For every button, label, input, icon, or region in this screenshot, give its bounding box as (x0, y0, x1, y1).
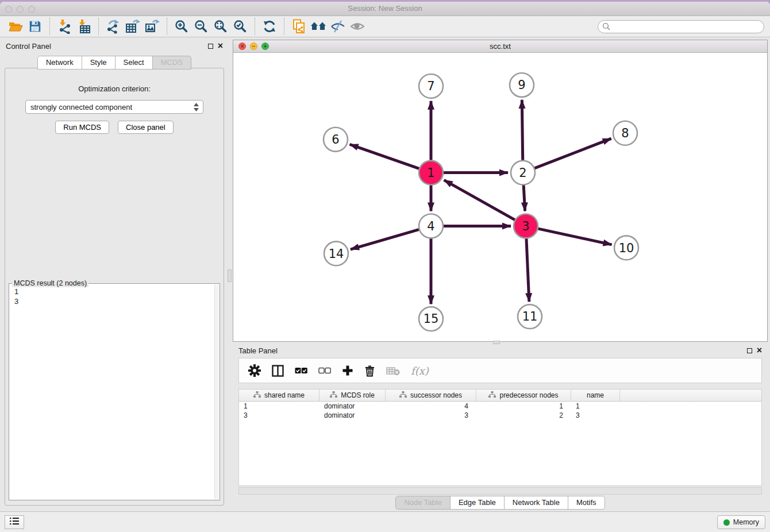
toolbar-separator (49, 18, 50, 35)
tab-select[interactable]: Select (116, 56, 153, 70)
optimization-criterion-label: Optimization criterion: (5, 84, 224, 93)
column-header-shared-name[interactable]: shared name (239, 390, 319, 401)
gear-icon[interactable] (248, 364, 261, 377)
tab-network[interactable]: Network (37, 56, 82, 70)
table-toolbar: f(x) (238, 358, 762, 383)
show-all-icon[interactable] (348, 18, 367, 35)
deselect-all-icon[interactable] (318, 367, 331, 374)
task-list-button[interactable] (5, 515, 24, 529)
graph-node-9[interactable]: 9 (510, 73, 534, 97)
column-header-successor-nodes[interactable]: successor nodes (386, 390, 476, 401)
table-cell[interactable]: 3 (239, 411, 319, 420)
network-window-titlebar: × − + scc.txt (233, 40, 767, 53)
memory-button[interactable]: Memory (717, 515, 765, 529)
delete-icon[interactable] (364, 365, 375, 377)
export-image-icon[interactable] (143, 18, 162, 35)
svg-text:3: 3 (522, 219, 529, 233)
zoom-fit-icon[interactable] (211, 18, 230, 35)
mcds-result-title: MCDS result (2 nodes) (12, 279, 88, 287)
tab-mcds[interactable]: MCDS (153, 56, 191, 70)
graph-node-7[interactable]: 7 (419, 74, 443, 98)
graph-node-4[interactable]: 4 (419, 214, 443, 238)
column-header-MCDS-role[interactable]: MCDS role (319, 390, 386, 401)
zoom-selected-icon[interactable] (230, 18, 250, 35)
graph-edge-3-1[interactable] (444, 180, 526, 226)
table-cell[interactable]: 1 (476, 402, 571, 411)
shared-column-icon (253, 391, 261, 400)
mcds-result-text[interactable]: 1 3 (9, 284, 220, 309)
tab-motifs[interactable]: Motifs (568, 496, 605, 510)
zoom-in-icon[interactable] (172, 18, 191, 35)
export-network-icon[interactable] (103, 18, 123, 35)
svg-text:6: 6 (332, 133, 339, 147)
tab-network-table[interactable]: Network Table (505, 496, 568, 510)
close-table-panel-icon[interactable]: × (757, 347, 762, 354)
delete-table-icon (386, 366, 400, 376)
add-column-icon[interactable] (342, 365, 353, 376)
memory-label: Memory (733, 518, 759, 526)
column-header-label: MCDS role (341, 391, 375, 399)
table-cell[interactable]: 2 (476, 411, 571, 420)
float-panel-icon[interactable] (208, 44, 213, 49)
function-icon: f(x) (411, 365, 429, 377)
graph-edge-3-10[interactable] (526, 226, 612, 244)
column-split-icon[interactable] (272, 365, 284, 377)
table-cell[interactable]: 1 (571, 402, 620, 411)
result-scrollbar[interactable] (214, 284, 219, 499)
graph-node-6[interactable]: 6 (324, 128, 348, 152)
network-canvas[interactable]: 7968124314101511 (233, 53, 767, 341)
table-row[interactable]: 3dominator323 (239, 411, 761, 420)
column-header-name[interactable]: name (571, 390, 620, 401)
graph-node-2[interactable]: 2 (511, 161, 535, 185)
graph-edge-1-6[interactable] (350, 144, 431, 172)
column-header-predecessor-nodes[interactable]: predecessor nodes (476, 390, 571, 401)
graph-node-15[interactable]: 15 (419, 307, 443, 331)
hide-selected-icon[interactable] (328, 18, 348, 35)
table-cell[interactable]: 4 (386, 402, 476, 411)
tab-edge-table[interactable]: Edge Table (451, 496, 505, 510)
toolbar-separator (255, 18, 255, 35)
column-header-label: shared name (264, 391, 305, 399)
first-neighbors-icon[interactable] (309, 18, 328, 35)
tab-node-table[interactable]: Node Table (395, 496, 451, 510)
export-table-icon[interactable] (123, 18, 143, 35)
toolbar-separator (167, 18, 167, 35)
table-hscrollbar[interactable] (238, 487, 762, 495)
tab-style[interactable]: Style (82, 56, 116, 70)
graph-node-10[interactable]: 10 (614, 236, 638, 260)
vertical-splitter-handle[interactable] (228, 269, 232, 282)
table-cell[interactable]: dominator (319, 402, 386, 411)
select-all-icon[interactable] (295, 367, 307, 374)
criterion-select[interactable]: strongly connected component (25, 100, 203, 114)
table-panel-header: Table Panel × (233, 344, 768, 357)
table-cell[interactable]: 3 (386, 411, 476, 420)
import-table-icon[interactable] (74, 18, 94, 35)
search-field-wrap (598, 20, 764, 33)
column-header-label: successor nodes (410, 391, 462, 399)
graph-node-11[interactable]: 11 (518, 304, 542, 329)
shared-column-icon (488, 391, 496, 400)
table-row[interactable]: 1dominator411 (239, 402, 761, 411)
float-table-panel-icon[interactable] (747, 348, 752, 353)
graph-node-1[interactable]: 1 (419, 161, 443, 185)
table-cell[interactable]: 3 (571, 411, 620, 420)
close-panel-button[interactable]: Close panel (118, 121, 174, 134)
run-mcds-button[interactable]: Run MCDS (55, 121, 109, 134)
graph-node-3[interactable]: 3 (514, 214, 538, 238)
graph-node-8[interactable]: 8 (613, 121, 637, 145)
search-input[interactable] (598, 20, 764, 33)
table-cell[interactable]: dominator (319, 411, 386, 420)
toolbar-separator (98, 18, 99, 35)
zoom-out-icon[interactable] (191, 18, 211, 35)
graph-node-14[interactable]: 14 (324, 241, 348, 265)
graph-edge-2-8[interactable] (523, 138, 611, 172)
save-session-icon[interactable] (25, 18, 45, 35)
duplicate-network-icon[interactable] (289, 18, 309, 35)
open-file-icon[interactable] (6, 18, 25, 35)
svg-text:9: 9 (518, 78, 525, 92)
svg-text:4: 4 (427, 219, 434, 233)
close-panel-icon[interactable]: × (218, 43, 223, 49)
import-network-icon[interactable] (55, 18, 74, 35)
refresh-layout-icon[interactable] (260, 18, 279, 35)
table-cell[interactable]: 1 (239, 402, 319, 411)
